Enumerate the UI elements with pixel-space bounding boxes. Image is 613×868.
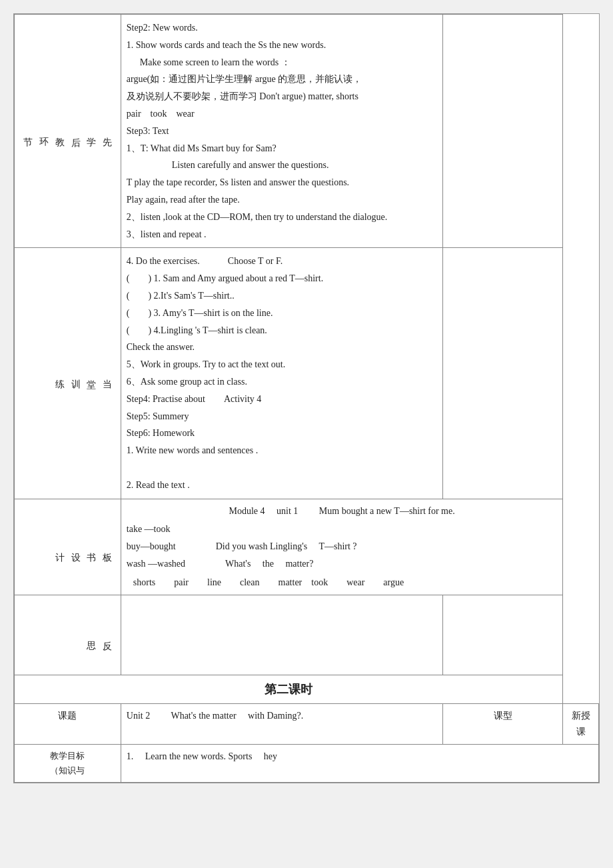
step2-matter: 及劝说别人不要吵架，进而学习 Don't argue) matter, shor… [127, 89, 437, 105]
step3-play: Play again, read after the tape. [127, 192, 437, 208]
ex4-q1: ( ) 1. Sam and Amy argued about a red T—… [127, 271, 437, 287]
keti-content-cell: Unit 2 What's the matter with Daming?. [121, 704, 442, 745]
keti-type-label-cell: 课型 [442, 704, 563, 745]
dangtan-row: 当堂训练 4. Do the exercises. Choose T or F.… [15, 248, 599, 499]
ex4-q2: ( ) 2.It's Sam's T—shirt.. [127, 288, 437, 304]
jiaoxue-row: 教学目标（知识与 1. Learn the new words. Sports … [15, 744, 599, 782]
dangtang-content: 4. Do the exercises. Choose T or F. ( ) … [121, 248, 442, 499]
step2-line1: 1. Show words cards and teach the Ss the… [127, 37, 437, 53]
step2-pair: pair took wear [127, 106, 437, 122]
banshu-title: Module 4 unit 1 Mum bought a new T—shirt… [127, 503, 558, 519]
ex4-q4: ( ) 4.Lingling 's T—shirt is clean. [127, 323, 437, 339]
banshu-row1: take —took [127, 521, 558, 537]
banshu-wordsline: shorts pair line clean matter took wear … [133, 575, 404, 591]
di2keshi-header-row: 第二课时 [15, 675, 599, 704]
page: 先学后教环节 Step2: New words. 1. Show words c… [13, 13, 600, 783]
banshu-label: 板书设计 [15, 499, 121, 595]
step4: Step4: Practise about Activity 4 [127, 391, 437, 407]
step6: Step6: Homework [127, 425, 437, 441]
xianxuehoutiao-right [442, 15, 563, 248]
banshu-wash-right: What's the matter? [225, 556, 313, 572]
main-table: 先学后教环节 Step2: New words. 1. Show words c… [14, 14, 599, 783]
banshu-buy: buy—bought [127, 539, 176, 555]
hw2: 2. Read the text . [127, 477, 437, 493]
banshu-row3: wash —washed What's the matter? [127, 556, 558, 572]
banshu-buy-right: Did you wash Lingling's T—shirt ? [216, 539, 357, 555]
keti-row: 课题 Unit 2 What's the matter with Daming?… [15, 704, 599, 745]
step3-listen: Listen carefully and answer the question… [127, 157, 437, 173]
ask-group: 6、Ask some group act in class. [127, 374, 437, 390]
step3-repeat: 3、listen and repeat . [127, 227, 437, 243]
banshu-take: take —took [127, 521, 171, 537]
hw-blank [127, 460, 437, 476]
dangtang-label: 当堂训练 [15, 248, 121, 499]
step2-title: Step2: New words. [127, 20, 437, 36]
step5: Step5: Summery [127, 409, 437, 425]
step3-tape: T play the tape recorder, Ss listen and … [127, 175, 437, 191]
xianxuehoutiao-content: Step2: New words. 1. Show words cards an… [121, 15, 442, 248]
check-answer: Check the answer. [127, 339, 437, 355]
dangtang-right [442, 248, 563, 499]
fansi-row: 反思 [15, 595, 599, 675]
fansi-content [121, 595, 442, 675]
keti-label-cell: 课题 [15, 704, 121, 745]
jiaoxue-label: 教学目标（知识与 [15, 744, 121, 782]
banshu-wash: wash —washed [127, 556, 185, 572]
ex4-q3: ( ) 3. Amy's T—shirt is on the line. [127, 305, 437, 321]
xianxuehoujiaoLabel: 先学后教环节 [15, 15, 121, 248]
step3-cd: 2、listen ,look at the CD—ROM, then try t… [127, 209, 437, 225]
step3-title: Step3: Text [127, 123, 437, 139]
hw1: 1. Write new words and sentences . [127, 443, 437, 459]
step2-line2: Make some screen to learn the words ： [127, 55, 437, 71]
step3-q1: 1、T: What did Ms Smart buy for Sam? [127, 141, 437, 157]
step2-argue: argue(如：通过图片让学生理解 argue 的意思，并能认读， [127, 71, 437, 87]
banshu-content: Module 4 unit 1 Mum bought a new T—shirt… [121, 499, 563, 595]
fansi-label: 反思 [15, 595, 121, 675]
work-groups: 5、Work in groups. Try to act the text ou… [127, 357, 437, 373]
fansi-right [442, 595, 563, 675]
banshu-row2: buy—bought Did you wash Lingling's T—shi… [127, 539, 558, 555]
xianxuehoutiao-row: 先学后教环节 Step2: New words. 1. Show words c… [15, 15, 599, 248]
jiaoxue-content: 1. Learn the new words. Sports hey [121, 744, 598, 782]
banshu-row: 板书设计 Module 4 unit 1 Mum bought a new T—… [15, 499, 599, 595]
di2keshi-header: 第二课时 [15, 675, 563, 704]
keti-type-value-cell: 新授课 [563, 704, 599, 745]
banshu-words: shorts pair line clean matter took wear … [127, 575, 558, 591]
ex4-title: 4. Do the exercises. Choose T or F. [127, 253, 437, 269]
